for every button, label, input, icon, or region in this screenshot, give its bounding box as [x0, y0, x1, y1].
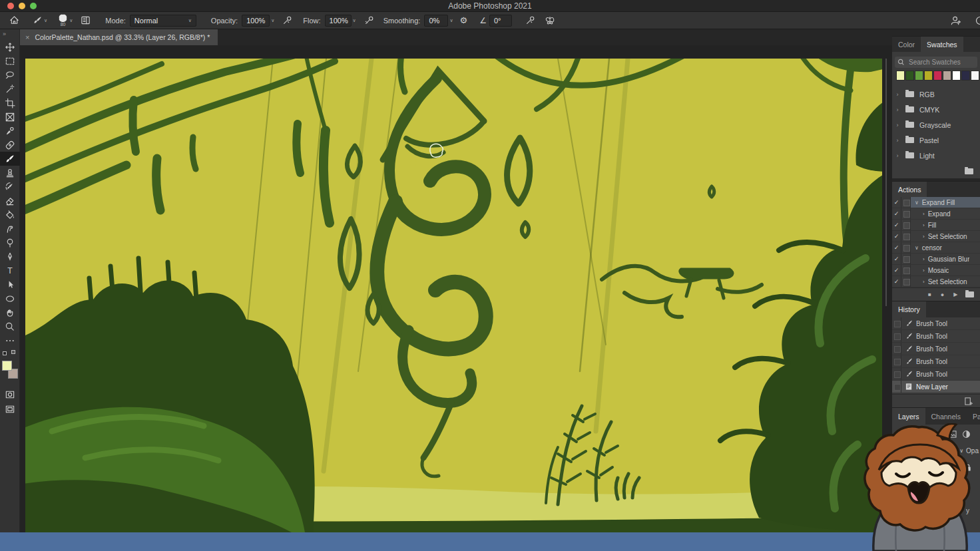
chevron-down-icon[interactable]: ∨ [915, 200, 919, 206]
canvas-scrollbar[interactable] [885, 59, 887, 306]
close-tab-icon[interactable]: × [25, 33, 29, 41]
tab-swatches[interactable]: Swatches [921, 37, 963, 52]
tool-more[interactable] [0, 333, 20, 347]
swatch[interactable] [915, 71, 923, 81]
tool-zoom[interactable] [0, 319, 20, 333]
brush-preset-picker[interactable]: 80 [58, 14, 68, 27]
dialog-toggle[interactable] [901, 208, 911, 219]
dialog-toggle[interactable] [901, 265, 911, 276]
action-row[interactable]: ✓›Expand [892, 208, 980, 220]
flow-field[interactable]: 100% [325, 15, 352, 27]
history-step[interactable]: Brush Tool [892, 355, 980, 368]
canvas[interactable] [25, 59, 882, 532]
history-source-toggle[interactable] [892, 368, 901, 380]
history-step[interactable]: Brush Tool [892, 330, 980, 343]
check-icon[interactable]: ✓ [892, 208, 901, 219]
check-icon[interactable]: ✓ [892, 254, 901, 264]
new-document-from-state-icon[interactable] [964, 397, 973, 406]
chevron-right-icon[interactable]: › [923, 222, 925, 228]
chevron-down-icon[interactable]: ∨ [353, 18, 356, 23]
swap-colors-icon[interactable] [11, 350, 15, 354]
home-button[interactable] [9, 15, 19, 25]
tool-crop[interactable] [0, 96, 20, 110]
pressure-size-button[interactable] [525, 15, 535, 25]
blend-mode-select[interactable]: Normal ∨ [130, 15, 196, 27]
dialog-toggle[interactable] [901, 242, 911, 253]
stop-recording-button[interactable]: ■ [928, 291, 931, 297]
tool-type[interactable]: T [0, 264, 20, 277]
chevron-down-icon[interactable]: ∨ [915, 245, 919, 251]
swatch-group-light[interactable]: ›Light [892, 148, 980, 163]
swatches-search-input[interactable] [907, 58, 974, 67]
dialog-toggle[interactable] [901, 197, 911, 208]
tool-paint-bucket[interactable] [0, 208, 20, 222]
history-step[interactable]: New Layer [892, 381, 980, 393]
quick-mask-button[interactable] [0, 387, 20, 401]
history-source-toggle[interactable] [892, 317, 901, 329]
history-source-toggle[interactable] [892, 343, 901, 355]
tab-color[interactable]: Color [892, 37, 921, 52]
brush-tool-preset[interactable]: ∨ [33, 15, 47, 25]
swatch[interactable] [905, 71, 914, 81]
tool-eraser[interactable] [0, 194, 20, 208]
action-row[interactable]: ✓∨censor [892, 242, 980, 254]
new-swatch-group-button[interactable] [965, 168, 973, 174]
action-row[interactable]: ✓›Gaussian Blur [892, 254, 980, 265]
swatch-group-pastel[interactable]: ›Pastel [892, 132, 980, 148]
swatch-group-cmyk[interactable]: ›CMYK [892, 102, 980, 117]
chevron-right-icon[interactable]: › [923, 256, 925, 262]
action-row[interactable]: ✓›Set Selection [892, 276, 980, 287]
chevron-right-icon[interactable]: › [923, 211, 925, 217]
chevron-right-icon[interactable]: › [923, 279, 925, 285]
smoothing-options-gear-button[interactable]: ⚙ [460, 15, 468, 25]
history-step[interactable]: Brush Tool [892, 368, 980, 381]
history-source-toggle[interactable] [892, 330, 901, 342]
swatch[interactable] [961, 71, 970, 81]
check-icon[interactable]: ✓ [892, 242, 901, 253]
tool-shape[interactable] [0, 291, 20, 305]
search-button[interactable] [973, 15, 980, 26]
tab-layers[interactable]: Layers [892, 408, 925, 425]
smoothing-field[interactable]: 0% [424, 15, 448, 27]
play-action-button[interactable]: ▶ [953, 291, 957, 297]
swatch[interactable] [896, 71, 905, 81]
check-icon[interactable]: ✓ [892, 197, 901, 208]
dialog-toggle[interactable] [901, 254, 911, 264]
default-colors-icon[interactable] [3, 351, 7, 355]
tool-dodge[interactable] [0, 236, 20, 250]
tool-history-brush[interactable] [0, 180, 20, 194]
tab-history[interactable]: History [892, 301, 926, 317]
chevron-down-icon[interactable]: ∨ [69, 18, 73, 23]
check-icon[interactable]: ✓ [892, 220, 901, 230]
tool-frame[interactable] [0, 110, 20, 124]
dialog-toggle[interactable] [901, 220, 911, 230]
dialog-toggle[interactable] [901, 231, 911, 242]
history-step[interactable]: Brush Tool [892, 317, 980, 330]
check-icon[interactable]: ✓ [892, 276, 901, 287]
share-account-button[interactable] [950, 15, 961, 26]
tool-hand[interactable] [0, 305, 20, 319]
tab-actions[interactable]: Actions [892, 182, 927, 197]
tab-paths[interactable]: Paths [967, 408, 980, 425]
swatch-group-rgb[interactable]: ›RGB [892, 87, 980, 102]
tool-smudge[interactable] [0, 222, 20, 236]
collapse-toolbar-button[interactable]: » [3, 31, 6, 37]
tool-brush[interactable] [0, 152, 20, 166]
tab-channels[interactable]: Channels [925, 408, 967, 425]
tool-marquee[interactable] [0, 54, 20, 68]
tool-pen[interactable] [0, 250, 20, 264]
tool-path-select[interactable] [0, 277, 20, 291]
chevron-right-icon[interactable]: › [923, 234, 925, 240]
action-row[interactable]: ✓›Mosaic [892, 265, 980, 276]
new-action-set-button[interactable] [965, 291, 974, 297]
swatches-search[interactable] [895, 57, 977, 68]
toggle-brush-panel-button[interactable] [81, 15, 91, 25]
action-row[interactable]: ✓∨Expand Fill [892, 197, 980, 208]
chevron-down-icon[interactable]: ∨ [449, 18, 453, 23]
paint-symmetry-button[interactable] [545, 15, 555, 25]
tool-lasso[interactable] [0, 68, 20, 82]
history-step[interactable]: Brush Tool [892, 343, 980, 355]
swatch[interactable] [971, 71, 979, 81]
foreground-color-chip[interactable] [2, 361, 12, 371]
history-source-toggle[interactable] [892, 355, 901, 367]
